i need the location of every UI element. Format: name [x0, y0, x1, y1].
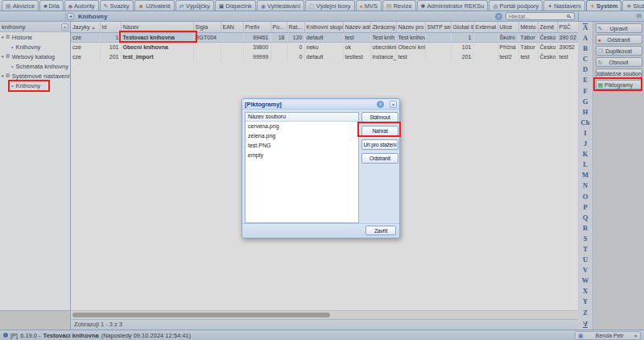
list-item[interactable]: zelena.png [246, 131, 358, 141]
remove-button[interactable]: Odstranit [361, 153, 398, 164]
dialog-title-bar[interactable]: [Piktogramy] i ✕ [242, 99, 399, 110]
list-item[interactable]: empty [246, 151, 358, 160]
file-list-header[interactable]: Název souboru [246, 113, 358, 122]
upload-button[interactable]: Nahrát [361, 126, 398, 136]
close-button[interactable]: Zavřít [365, 226, 396, 235]
dialog-info-icon[interactable]: i [377, 101, 384, 108]
list-item[interactable]: test.PNG [246, 141, 358, 151]
dialog-actions: Stáhnout Nahrát Url pro stažení Odstrani… [361, 112, 398, 164]
pictograms-dialog: [Piktogramy] i ✕ Název souboru cervena.p… [242, 98, 400, 238]
close-icon[interactable]: ✕ [390, 101, 397, 108]
file-list: Název souboru cervena.png zelena.png tes… [245, 112, 359, 223]
download-button[interactable]: Stáhnout [361, 112, 398, 122]
dialog-title: [Piktogramy] [245, 101, 377, 108]
dialog-footer: Zavřít [242, 223, 399, 238]
download-url-button[interactable]: Url pro stažení [361, 139, 398, 150]
list-item[interactable]: cervena.png [246, 122, 358, 131]
